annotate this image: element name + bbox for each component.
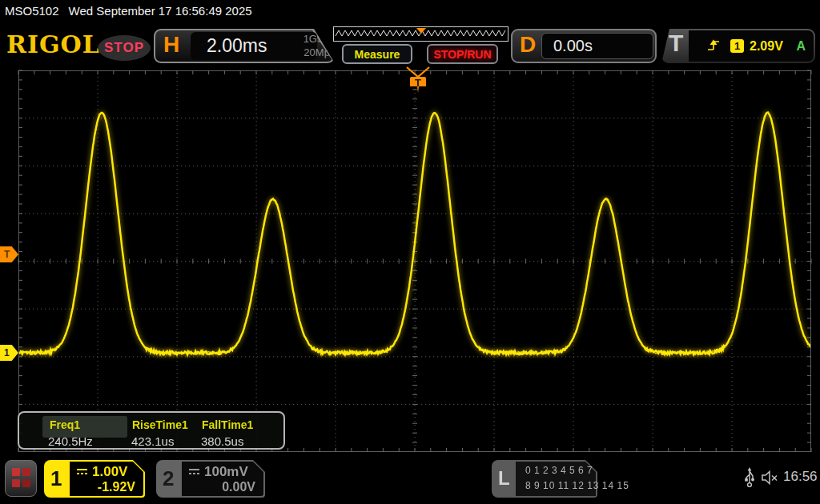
dc-coupling-icon [188,468,200,477]
channel2-scale: 100mV [204,464,248,480]
measurement-name: FallTime1 [202,418,253,431]
measurement-value: 423.1us [131,434,174,448]
trigger-position-marker[interactable]: T [404,66,432,98]
channel1-number: 1 [50,466,62,491]
measurement-name: Freq1 [50,418,80,431]
dc-coupling-icon [76,468,88,477]
channel2-number: 2 [163,466,174,491]
oscilloscope-screen: MSO5102Wed September 17 16:56:49 2025 RI… [0,0,820,504]
logic-channels-row2: 8 9 10 11 12 13 14 15 [525,480,629,491]
measurement-value: 240.5Hz [48,434,93,448]
logic-channels-row1: 0 1 2 3 4 5 6 7 [525,465,593,476]
measurement-value: 380.5us [201,434,243,448]
channel1-offset: -1.92V [98,480,135,494]
channel1-scale: 1.00V [92,464,127,480]
measurement-name: RiseTime1 [132,418,188,431]
svg-text:T: T [415,77,421,89]
measurement-panel[interactable]: Freq1 240.5Hz RiseTime1 423.1us FallTime… [18,411,285,450]
logic-label: L [498,467,510,490]
channel2-offset: 0.00V [222,480,255,494]
